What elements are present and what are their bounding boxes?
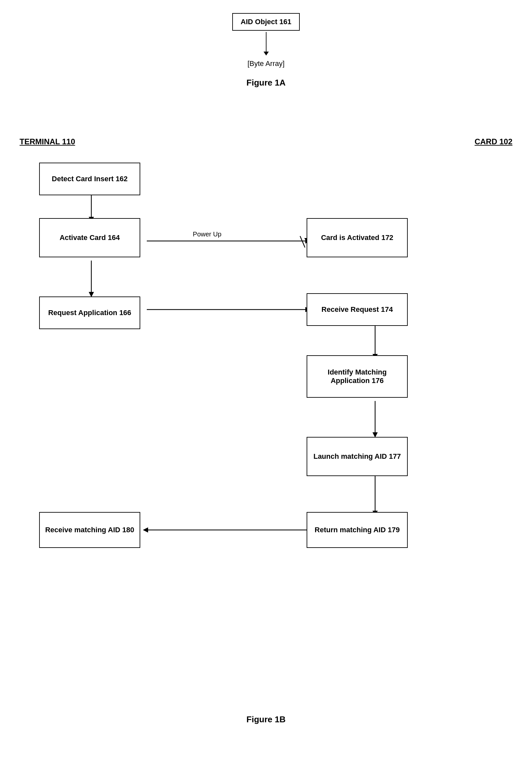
figure-1a-caption: Figure 1A [247, 78, 286, 88]
receive-matching-box: Receive matching AID 180 [39, 512, 140, 548]
diagram-area: Power Up Detect Card Insert 162 Activate… [20, 153, 512, 708]
request-app-box: Request Application 166 [39, 297, 140, 329]
terminal-header: TERMINAL 110 [20, 137, 75, 146]
arrow-down-fig1a [264, 32, 269, 55]
card-header: CARD 102 [475, 137, 512, 146]
detect-card-box: Detect Card Insert 162 [39, 162, 140, 195]
activate-card-box: Activate Card 164 [39, 218, 140, 257]
svg-line-5 [300, 236, 305, 248]
power-up-label: Power Up [193, 231, 221, 238]
svg-marker-17 [143, 527, 148, 532]
return-matching-box: Return matching AID 179 [307, 512, 408, 548]
figure-1b: TERMINAL 110 CARD 102 Power Up [20, 137, 512, 725]
byte-array-label: [Byte Array] [248, 59, 285, 68]
aid-object-box: AID Object 161 [232, 13, 300, 31]
figure-1a: AID Object 161 [Byte Array] Figure 1A [0, 13, 532, 88]
figure-1b-caption: Figure 1B [20, 714, 512, 725]
launch-matching-box: Launch matching AID 177 [307, 437, 408, 476]
receive-request-box: Receive Request 174 [307, 293, 408, 326]
identify-matching-box: Identify Matching Application 176 [307, 355, 408, 398]
card-activated-box: Card is Activated 172 [307, 218, 408, 257]
column-headers: TERMINAL 110 CARD 102 [20, 137, 512, 146]
